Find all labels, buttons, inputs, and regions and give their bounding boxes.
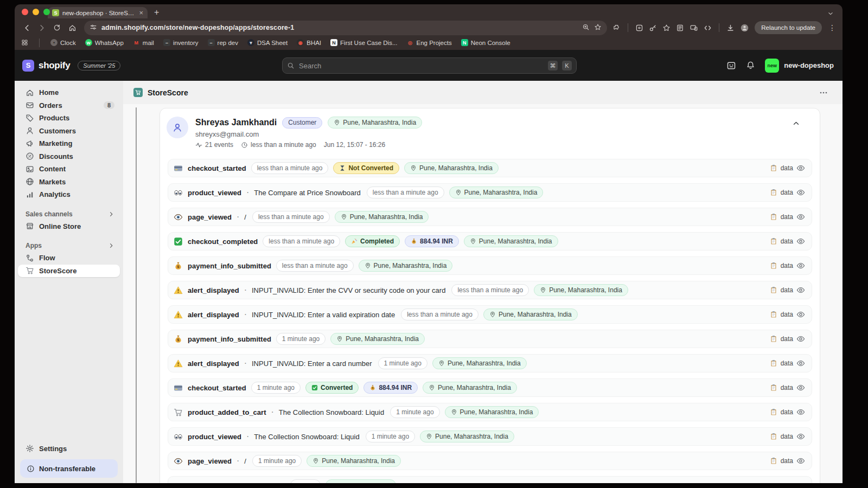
event-row[interactable]: product_added_to_cart · The Collection S… — [168, 403, 812, 421]
event-row[interactable]: product_viewed · The Compare at Price Sn… — [168, 183, 812, 202]
extension-star-icon[interactable] — [662, 24, 671, 32]
minimize-window-button[interactable] — [33, 9, 39, 15]
shopify-logo[interactable]: S shopify Summer '25 — [15, 60, 120, 72]
bookmark-item[interactable]: ◉ BHAI — [297, 39, 321, 46]
relaunch-to-update-button[interactable]: Relaunch to update — [755, 21, 822, 34]
event-data-label[interactable]: data — [781, 335, 793, 343]
sidebar-section-apps[interactable]: Apps — [15, 240, 123, 252]
devices-icon[interactable] — [690, 24, 698, 32]
bookmark-item[interactable]: – rep dev — [208, 39, 238, 46]
address-bar[interactable]: admin.shopify.com/store/new-dopeshop/app… — [84, 21, 607, 35]
sidebar-item-analytics[interactable]: Analytics — [18, 188, 120, 201]
reading-list-icon[interactable] — [676, 24, 684, 32]
sidebar-item-online-store[interactable]: Online Store — [18, 220, 120, 233]
eye-outline-icon[interactable] — [796, 432, 805, 441]
event-row[interactable]: alert_displayed · INPUT_INVALID: Enter t… — [168, 281, 812, 299]
store-menu[interactable]: new new-dopeshop — [765, 59, 834, 73]
maximize-window-button[interactable] — [43, 9, 50, 15]
app-scrollbar[interactable] — [136, 107, 137, 483]
eye-outline-icon[interactable] — [796, 188, 805, 197]
home-icon[interactable] — [66, 21, 79, 34]
bookmark-item[interactable]: ▾ DSA Sheet — [247, 39, 288, 46]
event-row[interactable] — [168, 476, 812, 483]
sidebar-item-marketing[interactable]: Marketing — [18, 137, 120, 150]
eye-outline-icon[interactable] — [796, 457, 805, 465]
event-data-label[interactable]: data — [781, 311, 793, 318]
eye-outline-icon[interactable] — [796, 335, 805, 343]
close-window-button[interactable] — [22, 9, 28, 15]
sidebar-item-markets[interactable]: Markets — [18, 176, 120, 189]
eye-outline-icon[interactable] — [796, 164, 805, 172]
bookmark-item[interactable]: – inventory — [163, 39, 199, 46]
profile-avatar-icon[interactable] — [740, 23, 749, 33]
event-row[interactable]: $ payment_info_submitted less than a min… — [168, 256, 812, 275]
event-data-label[interactable]: data — [781, 164, 793, 172]
sidebar-item-storescore[interactable]: StoreScore — [18, 265, 120, 278]
eye-outline-icon[interactable] — [796, 310, 805, 319]
event-row[interactable]: page_viewed · / 1 minute ago Pune, Mahar… — [168, 452, 812, 470]
page-menu-icon[interactable] — [819, 88, 828, 97]
event-row[interactable]: $ payment_info_submitted 1 minute ago Pu… — [168, 330, 812, 348]
notifications-bell-icon[interactable] — [746, 61, 755, 70]
sidebar-item-orders[interactable]: Orders 8 — [18, 99, 120, 112]
event-data-label[interactable]: data — [781, 286, 793, 294]
event-row[interactable]: product_viewed · The Collection Snowboar… — [168, 427, 812, 446]
event-data-label[interactable]: data — [781, 189, 793, 196]
sidebar-item-settings[interactable]: Settings — [18, 442, 120, 455]
url-text[interactable]: admin.shopify.com/store/new-dopeshop/app… — [101, 24, 578, 31]
eye-outline-icon[interactable] — [796, 359, 805, 368]
sidebar-item-products[interactable]: Products — [18, 112, 120, 125]
event-data-label[interactable]: data — [781, 408, 793, 416]
eye-outline-icon[interactable] — [796, 261, 805, 270]
event-row[interactable]: checkout_started 1 minute ago Converted$… — [168, 378, 812, 397]
bookmark-item[interactable]: w WhatsApp — [85, 39, 124, 46]
eye-outline-icon[interactable] — [796, 237, 805, 246]
new-tab-button[interactable]: + — [154, 8, 159, 18]
event-row[interactable]: page_viewed · / less than a minute ago P… — [168, 208, 812, 226]
forward-icon[interactable] — [35, 21, 48, 34]
event-data-label[interactable]: data — [781, 237, 793, 245]
bookmark-item[interactable]: N Neon Console — [461, 39, 510, 46]
event-data-label[interactable]: data — [781, 384, 793, 391]
collapse-chevron-icon[interactable] — [792, 119, 800, 127]
global-search-input[interactable]: Search ⌘ K — [282, 57, 577, 74]
eye-outline-icon[interactable] — [796, 383, 805, 392]
bookmark-star-icon[interactable] — [594, 23, 602, 33]
sidebar-item-flow[interactable]: Flow — [18, 252, 120, 265]
site-settings-icon[interactable] — [90, 23, 97, 33]
zoom-icon[interactable] — [582, 23, 590, 33]
event-row[interactable]: checkout_started less than a minute ago … — [168, 159, 812, 177]
event-data-label[interactable]: data — [781, 359, 793, 367]
event-row[interactable]: checkout_completed less than a minute ag… — [168, 232, 812, 251]
event-data-label[interactable]: data — [781, 457, 793, 465]
eye-outline-icon[interactable] — [796, 213, 805, 221]
event-data-label[interactable]: data — [781, 433, 793, 440]
admin-apps-icon[interactable] — [726, 61, 736, 70]
bookmark-item[interactable]: M mail — [133, 39, 154, 46]
eye-outline-icon[interactable] — [796, 408, 805, 416]
sidebar-item-home[interactable]: Home — [18, 86, 120, 99]
sidebar-item-discounts[interactable]: Discounts — [18, 150, 120, 163]
password-key-icon[interactable] — [649, 24, 657, 32]
eye-outline-icon[interactable] — [796, 286, 805, 294]
devtools-icon[interactable] — [704, 24, 712, 32]
downloads-icon[interactable] — [726, 24, 735, 32]
apps-grid-icon[interactable] — [21, 39, 28, 46]
reload-icon[interactable] — [50, 21, 63, 34]
bookmark-item[interactable]: • Clock — [50, 39, 76, 46]
bookmark-item[interactable]: ◎ Eng Projects — [407, 39, 452, 46]
bookmark-item[interactable]: N First Use Case Dis... — [330, 39, 397, 46]
event-row[interactable]: alert_displayed · INPUT_INVALID: Enter a… — [168, 305, 812, 324]
event-data-label[interactable]: data — [781, 213, 793, 221]
browser-menu-icon[interactable]: ⋮ — [827, 23, 837, 32]
close-tab-icon[interactable]: × — [139, 9, 143, 16]
extensions-puzzle-icon[interactable] — [612, 24, 621, 32]
tab-search-icon[interactable] — [827, 9, 834, 19]
extension-icon[interactable] — [635, 24, 643, 32]
sidebar-item-content[interactable]: Content — [18, 163, 120, 176]
event-data-label[interactable]: data — [781, 262, 793, 269]
sidebar-section-sales-channels[interactable]: Sales channels — [15, 208, 123, 220]
sidebar-item-customers[interactable]: Customers — [18, 125, 120, 138]
browser-tab[interactable]: S new-dopeshop · StoreScore × — [48, 7, 148, 18]
event-row[interactable]: alert_displayed · INPUT_INVALID: Enter a… — [168, 354, 812, 373]
